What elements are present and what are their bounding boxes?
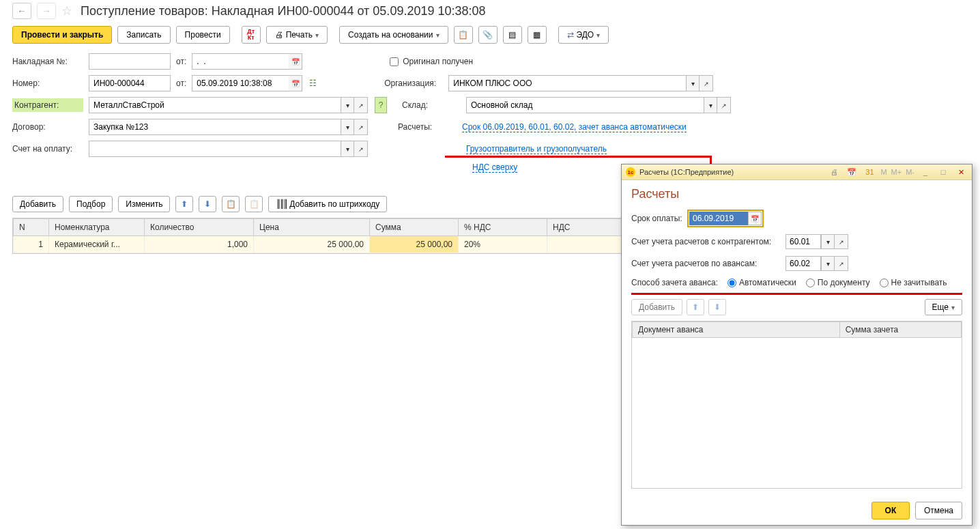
popup-up-button[interactable] <box>687 299 704 315</box>
open-icon[interactable] <box>700 75 713 91</box>
maximize-icon[interactable]: □ <box>936 167 950 177</box>
shipper-link[interactable]: Грузоотправитель и грузополучатель <box>466 144 607 154</box>
calendar-icon[interactable] <box>748 212 762 225</box>
acct-counter-field[interactable] <box>786 234 821 249</box>
star-icon[interactable]: ☆ <box>61 3 72 18</box>
add-row-button[interactable]: Добавить <box>12 196 63 212</box>
number-label: Номер: <box>12 78 83 88</box>
mem-mplus[interactable]: M+ <box>891 168 902 176</box>
copy-button[interactable] <box>454 26 473 44</box>
paste-icon <box>249 199 259 209</box>
dtct-button[interactable]: ДтКт <box>242 26 261 44</box>
col-advance-sum[interactable]: Сумма зачета <box>839 322 961 338</box>
mem-mminus[interactable]: M- <box>906 168 914 176</box>
dropdown-icon[interactable]: ▾ <box>686 75 700 91</box>
1c-logo-icon: 1c <box>626 167 635 177</box>
card1-button[interactable] <box>503 26 522 44</box>
number-field[interactable] <box>89 75 171 91</box>
dropdown-icon[interactable]: ▾ <box>341 119 354 135</box>
minimize-icon[interactable]: _ <box>919 167 932 177</box>
popup-cal-icon[interactable]: 📅 <box>845 167 859 177</box>
copy-row-button[interactable] <box>222 196 240 212</box>
dropdown-icon[interactable]: ▾ <box>341 141 354 157</box>
dropdown-icon[interactable]: ▾ <box>341 97 354 113</box>
settlements-link[interactable]: Срок 06.09.2019, 60.01, 60.02, зачет ава… <box>462 122 687 132</box>
barcode-button[interactable]: Добавить по штрихкоду <box>268 196 387 212</box>
col-price[interactable]: Цена <box>254 219 370 236</box>
offset-bydoc-radio[interactable]: По документу <box>806 278 870 287</box>
edo-button[interactable]: ⇄ ЭДО <box>558 26 609 44</box>
dropdown-icon[interactable]: ▾ <box>821 256 835 271</box>
note-icon[interactable]: ☷ <box>309 78 320 88</box>
attach-button[interactable] <box>478 26 498 44</box>
select-button[interactable]: Подбор <box>69 196 113 212</box>
col-vatpct[interactable]: % НДС <box>459 219 547 236</box>
post-close-button[interactable]: Провести и закрыть <box>12 26 112 44</box>
attach-icon <box>482 30 493 40</box>
move-up-button[interactable] <box>175 196 193 212</box>
calendar-icon[interactable] <box>289 53 302 70</box>
invoice-date-field[interactable] <box>192 53 289 70</box>
page-title: Поступление товаров: Накладная ИН00-0000… <box>81 4 486 18</box>
popup-down-button[interactable] <box>708 299 726 315</box>
offset-none-radio[interactable]: Не зачитывать <box>880 278 947 287</box>
ok-button[interactable]: ОК <box>871 502 910 519</box>
help-button[interactable]: ? <box>375 97 387 113</box>
back-button[interactable]: ← <box>12 3 31 19</box>
invoice-no-label: Накладная №: <box>12 57 83 66</box>
col-sum[interactable]: Сумма <box>370 219 459 236</box>
col-advance-doc[interactable]: Документ аванса <box>633 322 840 338</box>
arrow-up-icon <box>692 302 699 312</box>
advance-grid[interactable]: Документ аванса Сумма зачета <box>631 321 962 489</box>
invoice-no-field[interactable] <box>89 53 171 70</box>
open-icon[interactable] <box>354 97 368 113</box>
settlements-popup: 1c Расчеты (1С:Предприятие) 🖨 📅 31 M M+ … <box>621 164 972 526</box>
write-button[interactable]: Записать <box>117 26 170 44</box>
copy-icon <box>226 199 236 209</box>
popup-add-button[interactable]: Добавить <box>631 299 682 315</box>
move-down-button[interactable] <box>199 196 216 212</box>
edo-icon: ⇄ <box>567 30 574 40</box>
open-icon[interactable] <box>835 256 848 271</box>
print-button[interactable]: Печать <box>266 26 328 44</box>
calendar-icon[interactable] <box>289 75 302 91</box>
payment-due-label: Срок оплаты: <box>631 214 683 223</box>
cancel-button[interactable]: Отмена <box>915 502 962 519</box>
close-icon[interactable]: ✕ <box>954 167 968 177</box>
popup-more-button[interactable]: Еще <box>925 299 962 315</box>
number-from-label: от: <box>176 78 186 88</box>
contract-field[interactable] <box>89 119 341 135</box>
create-based-button[interactable]: Создать на основании <box>339 26 448 44</box>
counterparty-field[interactable] <box>89 97 341 113</box>
dropdown-icon[interactable]: ▾ <box>821 234 835 249</box>
col-item[interactable]: Номенклатура <box>49 219 145 236</box>
popup-print-icon[interactable]: 🖨 <box>827 167 841 177</box>
warehouse-field[interactable] <box>466 97 704 113</box>
edit-button[interactable]: Изменить <box>118 196 170 212</box>
open-icon[interactable] <box>835 234 848 249</box>
mem-m[interactable]: M <box>880 168 887 176</box>
payment-due-field[interactable] <box>689 212 748 225</box>
original-checkbox[interactable]: Оригинал получен <box>390 57 473 66</box>
popup-titlebar[interactable]: 1c Расчеты (1С:Предприятие) 🖨 📅 31 M M+ … <box>622 165 972 180</box>
invoice-pay-field[interactable] <box>89 141 341 157</box>
forward-button[interactable]: → <box>37 3 56 19</box>
card2-button[interactable] <box>528 26 547 44</box>
org-field[interactable] <box>448 75 686 91</box>
col-qty[interactable]: Количество <box>145 219 254 236</box>
card2-icon <box>533 30 541 40</box>
open-icon[interactable] <box>354 119 368 135</box>
post-button[interactable]: Провести <box>176 26 230 44</box>
open-icon[interactable] <box>354 141 368 157</box>
offset-label: Способ зачета аванса: <box>631 278 718 287</box>
open-icon[interactable] <box>717 97 731 113</box>
paste-row-button[interactable] <box>245 196 263 212</box>
popup-cal31-icon[interactable]: 31 <box>863 167 876 177</box>
dropdown-icon[interactable]: ▾ <box>704 97 717 113</box>
offset-auto-radio[interactable]: Автоматически <box>727 278 796 287</box>
number-date-field[interactable] <box>192 75 289 91</box>
acct-advance-field[interactable] <box>786 256 821 271</box>
col-n[interactable]: N <box>14 219 49 236</box>
dtct-icon: ДтКт <box>247 29 255 41</box>
vat-link[interactable]: НДС сверху <box>472 162 517 173</box>
